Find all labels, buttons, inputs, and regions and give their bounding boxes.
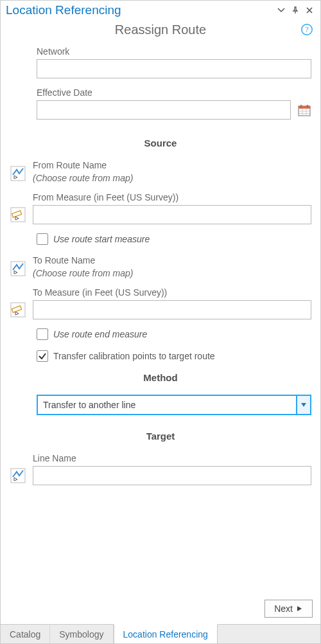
pick-to-route-icon[interactable] bbox=[10, 260, 26, 277]
svg-rect-11 bbox=[11, 208, 25, 222]
to-route-hint: (Choose route from map) bbox=[33, 268, 311, 278]
pick-from-route-icon[interactable] bbox=[10, 165, 26, 182]
network-input[interactable] bbox=[37, 59, 311, 78]
line-name-input[interactable] bbox=[33, 466, 311, 485]
use-start-measure-label: Use route start measure bbox=[53, 234, 150, 244]
svg-rect-12 bbox=[12, 211, 21, 217]
pick-from-measure-icon[interactable] bbox=[10, 206, 26, 223]
use-end-measure-checkbox[interactable] bbox=[37, 328, 48, 340]
transfer-calibration-label: Transfer calibration points to target ro… bbox=[53, 351, 215, 361]
pin-icon[interactable] bbox=[290, 4, 301, 16]
page-title: Reassign Route bbox=[1, 22, 320, 37]
svg-rect-14 bbox=[11, 303, 25, 317]
to-measure-input[interactable] bbox=[33, 300, 311, 319]
bottom-tabs: Catalog Symbology Location Referencing bbox=[1, 624, 320, 643]
method-select-value[interactable]: Transfer to another line bbox=[37, 395, 296, 415]
pick-line-icon[interactable] bbox=[10, 467, 26, 484]
to-route-label: To Route Name bbox=[33, 255, 311, 265]
network-label: Network bbox=[37, 46, 311, 57]
options-dropdown-icon[interactable] bbox=[275, 4, 287, 16]
method-select[interactable]: Transfer to another line bbox=[37, 395, 311, 415]
next-arrow-icon bbox=[297, 605, 303, 612]
tab-catalog[interactable]: Catalog bbox=[1, 625, 50, 643]
transfer-calibration-checkbox[interactable] bbox=[37, 350, 48, 362]
effective-date-label: Effective Date bbox=[37, 87, 291, 98]
target-section-title: Target bbox=[10, 431, 311, 442]
tab-location-referencing[interactable]: Location Referencing bbox=[114, 624, 218, 643]
from-route-hint: (Choose route from map) bbox=[33, 173, 311, 183]
pick-to-measure-icon[interactable] bbox=[10, 301, 26, 318]
to-measure-label: To Measure (in Feet (US Survey)) bbox=[33, 287, 311, 298]
svg-rect-3 bbox=[299, 106, 310, 109]
calendar-icon[interactable] bbox=[297, 103, 311, 117]
svg-text:?: ? bbox=[305, 25, 308, 34]
close-icon[interactable] bbox=[304, 4, 315, 16]
tab-symbology[interactable]: Symbology bbox=[50, 625, 113, 643]
svg-rect-15 bbox=[12, 306, 21, 312]
from-route-label: From Route Name bbox=[33, 160, 311, 170]
method-select-button[interactable] bbox=[296, 395, 311, 415]
method-section-title: Method bbox=[10, 372, 311, 383]
next-button[interactable]: Next bbox=[265, 600, 313, 618]
source-section-title: Source bbox=[10, 138, 311, 148]
line-name-label: Line Name bbox=[33, 453, 311, 463]
use-end-measure-label: Use route end measure bbox=[53, 329, 147, 339]
from-measure-label: From Measure (in Feet (US Survey)) bbox=[33, 192, 311, 202]
from-measure-input[interactable] bbox=[33, 205, 311, 224]
use-start-measure-checkbox[interactable] bbox=[37, 233, 48, 245]
pane-title: Location Referencing bbox=[6, 3, 273, 17]
next-button-label: Next bbox=[274, 604, 293, 614]
effective-date-input[interactable] bbox=[37, 100, 291, 120]
help-icon[interactable]: ? bbox=[300, 22, 314, 37]
tabs-filler bbox=[218, 625, 320, 643]
